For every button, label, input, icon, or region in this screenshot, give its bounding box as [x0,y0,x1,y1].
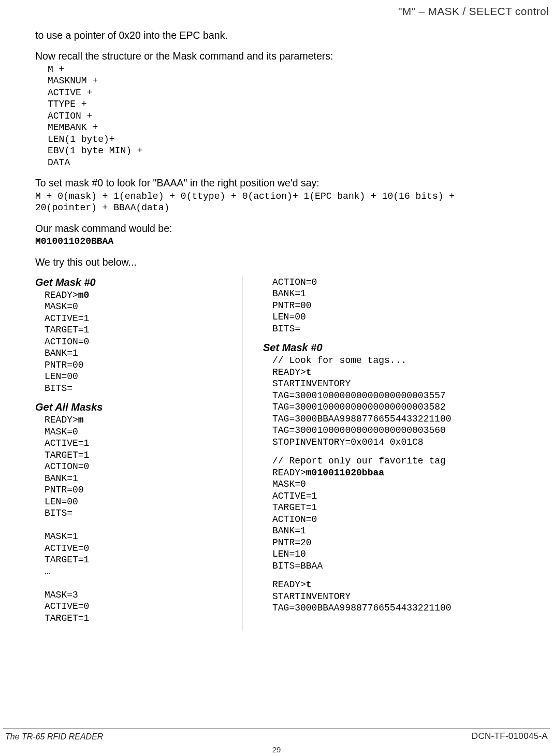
set-mask0-head: Set Mask #0 [263,342,549,354]
intro-p1: to use a pointer of 0x20 into the EPC ba… [35,29,549,41]
intro-p5: We try this out below... [35,256,549,268]
ready-prompt: READY> [272,468,306,478]
footer-right: DCN-TF-010045-A [472,731,548,742]
intro-p2: Now recall the structure or the Mask com… [35,50,549,62]
ready-cmd-t1: t [306,367,312,377]
ready-prompt: READY> [272,367,306,377]
get-mask0-head: Get Mask #0 [35,277,242,288]
get-mask0-output: MASK=0 ACTIVE=1 TARGET=1 ACTION=0 BANK=1… [45,301,89,394]
mask-struct-block: M + MASKNUM + ACTIVE + TTYPE + ACTION + … [48,64,549,169]
set-mask0-block1: // Look for some tags... READY>t STARTIN… [272,355,549,448]
footer-divider [3,729,550,729]
set-mask0-block3: READY>t STARTINVENTORY TAG=3000BBAA99887… [272,579,549,614]
get-all-masks-output: MASK=0 ACTIVE=1 TARGET=1 ACTION=0 BANK=1… [45,427,89,623]
page-content: to use a pointer of 0x20 into the EPC ba… [0,0,549,631]
get-all-masks-block: READY>m MASK=0 ACTIVE=1 TARGET=1 ACTION=… [45,414,242,624]
ready-prompt: READY> [45,415,78,425]
comment-look: // Look for some tags... [272,355,406,366]
intro-p3: To set mask #0 to look for "BAAA" in the… [35,177,549,189]
ready-prompt: READY> [45,290,78,300]
ready-prompt: READY> [272,579,306,590]
inventory-output-1: STARTINVENTORY TAG=300010000000000000000… [272,379,452,447]
column-left: Get Mask #0 READY>m0 MASK=0 ACTIVE=1 TAR… [35,277,242,632]
set-mask-example: M + 0(mask) + 1(enable) + 0(ttype) + 0(a… [35,191,549,214]
comment-report: // Report only our favorite tag [272,456,446,466]
get-all-masks-head: Get All Masks [35,401,242,413]
mask-set-output: MASK=0 ACTIVE=1 TARGET=1 ACTION=0 BANK=1… [272,479,323,571]
get-mask0-block: READY>m0 MASK=0 ACTIVE=1 TARGET=1 ACTION… [45,289,242,395]
ready-cmd-maskset: m010011020bbaa [306,468,384,478]
page-header-right: "M" – MASK / SELECT control [398,5,549,18]
page-number: 29 [272,745,281,754]
mask-continuation: ACTION=0 BANK=1 PNTR=00 LEN=00 BITS= [272,277,549,335]
inventory-output-2: STARTINVENTORY TAG=3000BBAA9988776655443… [272,591,452,614]
two-column-layout: Get Mask #0 READY>m0 MASK=0 ACTIVE=1 TAR… [35,277,549,632]
footer-left: The TR-65 RFID READER [5,732,103,742]
intro-p4: Our mask command would be: [35,222,549,235]
mask-command: M010011020BBAA [35,236,549,248]
column-right: ACTION=0 BANK=1 PNTR=00 LEN=00 BITS= Set… [263,277,549,632]
ready-cmd-t2: t [306,579,312,590]
set-mask0-block2: // Report only our favorite tag READY>m0… [272,455,549,572]
ready-cmd-m0: m0 [78,290,90,300]
ready-cmd-m: m [78,415,84,425]
